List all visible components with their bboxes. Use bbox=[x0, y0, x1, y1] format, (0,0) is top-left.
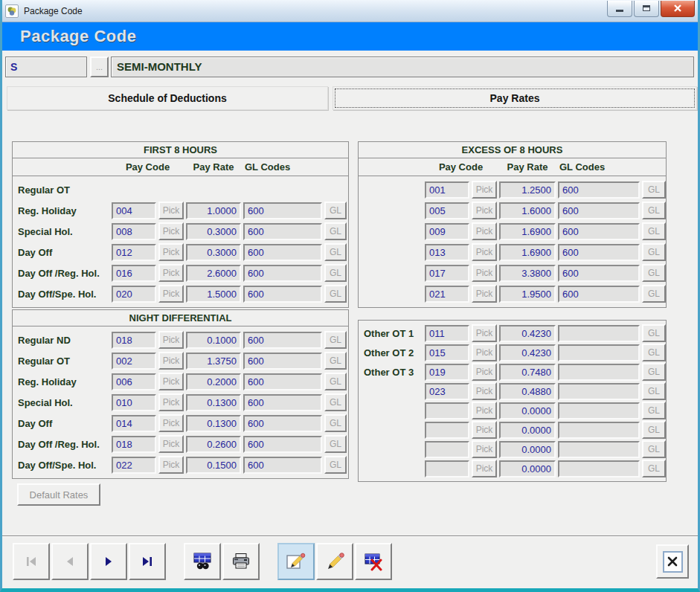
pick-button[interactable]: Pick bbox=[158, 222, 184, 240]
gl-code-field[interactable]: 600 bbox=[243, 457, 322, 474]
pay-rate-field[interactable]: 0.0000 bbox=[499, 422, 556, 439]
gl-button[interactable]: GL bbox=[324, 243, 347, 261]
pay-code-field[interactable] bbox=[425, 402, 469, 419]
gl-button[interactable]: GL bbox=[642, 264, 666, 282]
pay-code-field[interactable]: 019 bbox=[425, 364, 469, 381]
pay-rate-field[interactable]: 1.0000 bbox=[186, 202, 241, 219]
pick-button[interactable]: Pick bbox=[472, 402, 497, 419]
pay-rate-field[interactable]: 1.3750 bbox=[186, 353, 241, 370]
gl-code-field[interactable]: 600 bbox=[243, 394, 322, 411]
pay-code-field[interactable] bbox=[425, 441, 469, 458]
pick-button[interactable]: Pick bbox=[158, 243, 184, 261]
gl-button[interactable]: GL bbox=[324, 285, 347, 303]
gl-button[interactable]: GL bbox=[324, 264, 347, 282]
pay-code-field[interactable]: 011 bbox=[425, 325, 469, 342]
pick-button[interactable]: Pick bbox=[158, 264, 184, 282]
gl-code-field[interactable]: 600 bbox=[243, 436, 322, 453]
pick-button[interactable]: Pick bbox=[472, 285, 497, 303]
pick-button[interactable]: Pick bbox=[158, 331, 184, 349]
first-record-button[interactable] bbox=[13, 543, 50, 580]
pay-rate-field[interactable]: 0.1300 bbox=[186, 415, 241, 432]
pay-code-field[interactable]: 009 bbox=[425, 223, 469, 240]
close-window-button[interactable] bbox=[661, 1, 695, 17]
pick-button[interactable]: Pick bbox=[158, 352, 184, 370]
gl-code-field[interactable]: 600 bbox=[243, 415, 322, 432]
pay-rate-field[interactable]: 2.6000 bbox=[186, 265, 241, 282]
pay-rate-field[interactable]: 0.2600 bbox=[186, 436, 241, 453]
pay-rate-field[interactable]: 1.9500 bbox=[499, 286, 556, 303]
gl-button[interactable]: GL bbox=[642, 440, 666, 458]
gl-code-field[interactable]: 600 bbox=[243, 353, 322, 370]
gl-button[interactable]: GL bbox=[324, 414, 347, 432]
pay-code-field[interactable]: 020 bbox=[112, 286, 156, 303]
pay-rate-field[interactable]: 1.6900 bbox=[499, 223, 556, 240]
pay-code-field[interactable]: 018 bbox=[112, 332, 156, 349]
gl-button[interactable]: GL bbox=[642, 324, 666, 342]
delete-record-button[interactable] bbox=[355, 543, 392, 580]
gl-button[interactable]: GL bbox=[324, 435, 347, 453]
pay-rate-field[interactable]: 1.2500 bbox=[499, 181, 556, 199]
pay-code-field[interactable]: 016 bbox=[112, 265, 156, 282]
pick-button[interactable]: Pick bbox=[472, 222, 497, 240]
minimize-button[interactable] bbox=[607, 1, 632, 17]
edit-record-button[interactable] bbox=[316, 543, 353, 580]
pick-button[interactable]: Pick bbox=[472, 202, 497, 219]
pick-button[interactable]: Pick bbox=[472, 243, 497, 261]
prev-record-button[interactable] bbox=[51, 543, 89, 580]
next-record-button[interactable] bbox=[90, 543, 127, 580]
pay-code-field[interactable]: 004 bbox=[112, 202, 156, 219]
gl-button[interactable]: GL bbox=[642, 202, 666, 219]
pay-rate-field[interactable]: 0.4230 bbox=[499, 325, 556, 342]
pay-code-field[interactable]: 001 bbox=[425, 181, 469, 199]
gl-button[interactable]: GL bbox=[642, 402, 666, 419]
gl-button[interactable]: GL bbox=[324, 373, 347, 390]
gl-code-field[interactable]: 600 bbox=[558, 202, 640, 219]
pay-code-field[interactable]: 023 bbox=[425, 383, 469, 400]
pay-rate-field[interactable]: 0.0000 bbox=[499, 441, 556, 458]
default-rates-button[interactable]: Default Rates bbox=[17, 483, 100, 506]
gl-code-field[interactable]: 600 bbox=[558, 244, 640, 261]
pick-button[interactable]: Pick bbox=[472, 382, 497, 400]
gl-code-field[interactable] bbox=[558, 460, 640, 477]
gl-code-field[interactable]: 600 bbox=[243, 265, 322, 282]
pick-button[interactable]: Pick bbox=[472, 181, 497, 199]
gl-button[interactable]: GL bbox=[642, 243, 666, 261]
pay-rate-field[interactable]: 0.0000 bbox=[499, 402, 556, 419]
pick-button[interactable]: Pick bbox=[472, 363, 497, 381]
gl-code-field[interactable] bbox=[558, 422, 640, 439]
pay-code-field[interactable]: 008 bbox=[112, 223, 156, 240]
last-record-button[interactable] bbox=[129, 543, 166, 580]
gl-code-field[interactable]: 600 bbox=[558, 265, 640, 282]
pay-rate-field[interactable]: 3.3800 bbox=[499, 265, 556, 282]
gl-code-field[interactable] bbox=[558, 402, 640, 419]
gl-button[interactable]: GL bbox=[324, 352, 347, 370]
pay-code-field[interactable]: 022 bbox=[112, 457, 156, 474]
pay-rate-field[interactable]: 0.1500 bbox=[186, 457, 241, 474]
pay-rate-field[interactable]: 0.4880 bbox=[499, 383, 556, 400]
pick-button[interactable]: Pick bbox=[472, 421, 497, 439]
pick-button[interactable]: Pick bbox=[472, 440, 497, 458]
gl-code-field[interactable]: 600 bbox=[558, 286, 640, 303]
pay-rate-field[interactable]: 0.0000 bbox=[499, 460, 556, 477]
gl-code-field[interactable] bbox=[558, 441, 640, 458]
gl-button[interactable]: GL bbox=[324, 331, 347, 349]
pay-code-field[interactable]: 013 bbox=[425, 244, 469, 261]
pick-button[interactable]: Pick bbox=[472, 344, 497, 361]
gl-button[interactable]: GL bbox=[642, 382, 666, 400]
pay-code-field[interactable]: 010 bbox=[112, 394, 156, 411]
pay-rate-field[interactable]: 1.6000 bbox=[499, 202, 556, 219]
pick-button[interactable]: Pick bbox=[158, 202, 184, 219]
pay-code-field[interactable]: 002 bbox=[112, 353, 156, 370]
pay-rate-field[interactable]: 0.2000 bbox=[186, 373, 241, 390]
pick-button[interactable]: Pick bbox=[472, 460, 497, 477]
pay-code-field[interactable] bbox=[425, 460, 469, 477]
pay-code-field[interactable] bbox=[425, 422, 469, 439]
pay-rate-field[interactable]: 0.3000 bbox=[186, 223, 241, 240]
gl-code-field[interactable] bbox=[558, 364, 640, 381]
pay-rate-field[interactable]: 0.3000 bbox=[186, 244, 241, 261]
gl-button[interactable]: GL bbox=[324, 456, 347, 474]
gl-code-field[interactable] bbox=[558, 325, 640, 342]
pick-button[interactable]: Pick bbox=[158, 456, 184, 474]
tab-schedule-of-deductions[interactable]: Schedule of Deductions bbox=[7, 86, 328, 110]
pay-code-field[interactable]: 014 bbox=[112, 415, 156, 432]
